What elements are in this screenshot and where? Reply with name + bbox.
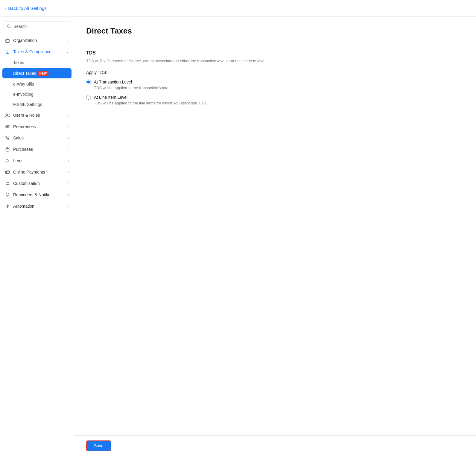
page-title: Direct Taxes [86,26,464,36]
svg-point-12 [8,114,9,115]
taxes-label: Taxes [13,60,24,65]
main-layout: Organization › Taxes & Compliance ⌄ [0,17,476,456]
direct-taxes-label: Direct Taxes [13,71,36,76]
line-item-level-sublabel: TDS will be applied to the line items fo… [94,101,464,105]
msme-settings-label: MSME Settings [13,102,42,107]
sidebar-item-taxes-compliance[interactable]: Taxes & Compliance ⌄ [0,46,74,57]
chevron-right-icon: › [68,113,69,117]
lightning-icon [5,203,10,209]
bell-icon [5,192,10,197]
svg-point-20 [8,139,9,140]
sidebar-item-taxes[interactable]: Taxes [0,57,74,68]
chevron-right-icon: › [68,124,69,129]
chevron-down-icon: ⌄ [66,50,69,54]
svg-rect-4 [8,40,8,41]
tds-section-title: TDS [86,50,464,56]
content-area: Direct Taxes TDS TDS or Tax Deducted at … [74,17,476,456]
cart-icon [5,135,10,141]
sidebar-item-reminders-label: Reminders & Notific... [13,192,54,197]
svg-rect-25 [6,172,7,173]
sidebar-section-taxes-compliance: Taxes & Compliance ⌄ Taxes Direct Taxes … [0,46,74,110]
sidebar-item-customisation[interactable]: Customisation › [0,178,74,189]
users-icon [5,113,10,118]
sidebar-item-preferences-label: Preferences [13,124,36,129]
transaction-level-radio[interactable] [86,80,91,84]
top-bar: ‹ Back to All Settings [0,0,476,17]
transaction-level-sublabel: TDS will be applied to the transaction's… [94,86,464,90]
einvoicing-label: e-Invoicing [13,92,34,97]
chevron-right-icon: › [68,159,69,163]
chevron-right-icon: › [68,136,69,140]
svg-point-19 [7,139,7,140]
sidebar-item-customisation-label: Customisation [13,181,40,186]
sidebar-item-online-payments-label: Online Payments [13,170,45,174]
tds-option-transaction-level: At Transaction Level TDS will be applied… [86,80,464,90]
chevron-right-icon: › [68,181,69,186]
back-to-all-settings-link[interactable]: ‹ Back to All Settings [5,6,47,11]
line-item-level-radio[interactable] [86,95,91,100]
svg-point-17 [8,126,9,127]
sidebar-item-einvoicing[interactable]: e-Invoicing [0,89,74,99]
sidebar-item-eway-bills[interactable]: e-Way Bills [0,79,74,89]
save-bar: Save [74,435,476,456]
sliders-icon [5,124,10,129]
sidebar-item-sales[interactable]: Sales › [0,132,74,144]
search-icon [7,24,11,28]
sidebar-item-users-roles[interactable]: Users & Roles › [0,110,74,121]
chevron-right-icon: › [68,38,69,42]
paint-icon [5,181,10,186]
transaction-level-label[interactable]: At Transaction Level [94,80,132,84]
svg-line-1 [10,27,11,28]
sidebar-item-direct-taxes[interactable]: Direct Taxes NEW [2,68,72,78]
sidebar-item-purchases-label: Purchases [13,147,33,152]
svg-rect-5 [7,41,7,42]
tds-section-description: TDS or Tax Deducted at Source, can be as… [86,58,464,64]
sidebar-item-sales-label: Sales [13,136,24,140]
svg-point-11 [6,114,8,115]
sidebar-item-online-payments[interactable]: Online Payments › [0,166,74,178]
new-badge: NEW [38,71,48,76]
card-icon [5,169,10,175]
sidebar-item-items-label: Items [13,158,23,163]
taxes-compliance-children: Taxes Direct Taxes NEW e-Way Bills e-Inv… [0,57,74,110]
building-icon [5,38,10,43]
svg-rect-6 [8,41,8,42]
sidebar-item-taxes-compliance-label: Taxes & Compliance [13,49,51,54]
sidebar-item-automation[interactable]: Automation › [0,200,74,212]
apply-tds-label: Apply TDS: [86,70,464,75]
line-item-level-label[interactable]: At Line Item Level [94,95,127,100]
sidebar-item-automation-label: Automation [13,204,34,209]
sidebar-item-items[interactable]: Items › [0,155,74,166]
search-input[interactable] [13,24,67,29]
back-label: Back to All Settings [8,6,46,11]
svg-point-22 [7,160,7,160]
svg-point-26 [9,184,10,185]
svg-point-18 [7,127,7,128]
tds-radio-group: At Transaction Level TDS will be applied… [86,80,464,105]
chevron-right-icon: › [68,170,69,174]
chevron-right-icon: › [68,193,69,197]
sidebar-item-organization-label: Organization [13,38,37,43]
tds-option-line-item-level: At Line Item Level TDS will be applied t… [86,95,464,105]
tds-option-transaction-level-row: At Transaction Level [86,80,464,84]
svg-rect-3 [7,40,7,41]
sidebar-item-preferences[interactable]: Preferences › [0,121,74,132]
sidebar-item-reminders-notific[interactable]: Reminders & Notific... › [0,189,74,200]
sidebar-item-organization[interactable]: Organization › [0,35,74,46]
main-content: Direct Taxes TDS TDS or Tax Deducted at … [74,17,476,435]
sidebar-item-msme-settings[interactable]: MSME Settings [0,99,74,110]
eway-bills-label: e-Way Bills [13,82,34,86]
save-button[interactable]: Save [86,440,111,451]
svg-point-16 [6,125,7,126]
svg-rect-21 [6,149,9,151]
back-chevron-icon: ‹ [5,6,6,11]
sidebar-item-users-roles-label: Users & Roles [13,113,40,118]
sidebar: Organization › Taxes & Compliance ⌄ [0,17,74,456]
search-box[interactable] [4,22,70,31]
document-icon [5,49,10,54]
tag-icon [5,158,10,163]
bag-icon [5,147,10,152]
chevron-right-icon: › [68,204,69,208]
sidebar-item-purchases[interactable]: Purchases › [0,144,74,155]
tds-option-line-item-level-row: At Line Item Level [86,95,464,100]
